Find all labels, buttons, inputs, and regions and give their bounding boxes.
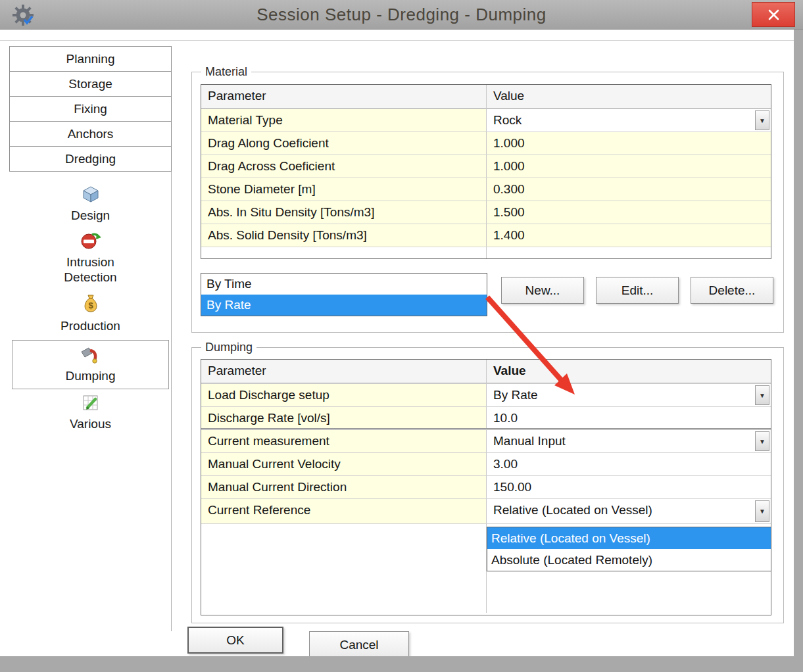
sidebar-item-anchors[interactable]: Anchors — [9, 121, 172, 147]
sidebar-item-storage[interactable]: Storage — [9, 71, 172, 97]
current-reference-dropdown-list: Relative (Located on Vessel) Absolute (L… — [487, 527, 771, 571]
dumping-icon — [80, 347, 101, 364]
value-cell[interactable]: 1.500 — [487, 201, 771, 224]
sidebar-item-design[interactable]: Design — [12, 185, 169, 223]
param-cell: Current measurement — [201, 430, 487, 452]
value-cell[interactable]: 150.00 — [487, 476, 771, 498]
table-row: Abs. In Situ Density [Tons/m3] 1.500 — [201, 201, 771, 224]
table-row: Manual Current Velocity 3.00 — [201, 452, 771, 475]
param-cell: Stone Diameter [m] — [201, 178, 487, 201]
table-row: Load Discharge setup By Rate ▼ — [201, 383, 771, 406]
sidebar-item-label: Various — [12, 416, 169, 431]
param-cell: Abs. Solid Density [Tons/m3] — [201, 224, 487, 247]
list-item-selected[interactable]: By Rate — [201, 295, 487, 316]
dumping-group-label: Dumping — [201, 341, 256, 354]
close-button[interactable] — [752, 2, 795, 27]
ok-button[interactable]: OK — [187, 627, 283, 654]
dropdown-arrow-icon[interactable]: ▼ — [755, 110, 769, 130]
value-cell[interactable]: 0.300 — [487, 178, 771, 201]
sidebar-item-label: Intrusion Detection — [41, 254, 140, 285]
dropdown-option-selected[interactable]: Relative (Located on Vessel) — [487, 527, 771, 549]
sidebar-item-planning[interactable]: Planning — [9, 46, 172, 72]
dropdown-arrow-icon[interactable]: ▼ — [755, 385, 769, 405]
cancel-button[interactable]: Cancel — [309, 631, 409, 658]
value-cell[interactable]: 1.400 — [487, 224, 771, 247]
dialog-title: Session Setup - Dredging - Dumping — [0, 0, 803, 30]
sidebar-item-label: Dumping — [12, 368, 168, 383]
session-setup-dialog: Session Setup - Dredging - Dumping — [0, 0, 803, 672]
dropdown-arrow-icon[interactable]: ▼ — [755, 431, 769, 451]
table-row: Discharge Rate [vol/s] 10.0 — [201, 406, 771, 429]
sidebar-item-production[interactable]: $ Production — [12, 293, 169, 333]
sidebar-item-dredging[interactable]: Dredging — [9, 146, 172, 172]
dropdown-arrow-icon[interactable]: ▼ — [755, 500, 769, 522]
table-row: Abs. Solid Density [Tons/m3] 1.400 — [201, 224, 771, 247]
table-row: Manual Current Direction 150.00 — [201, 475, 771, 498]
param-cell: Drag Along Coeficient — [201, 132, 487, 155]
table-row: Stone Diameter [m] 0.300 — [201, 178, 771, 201]
value-cell[interactable]: 3.00 — [487, 453, 771, 475]
value-cell[interactable]: 1.000 — [487, 155, 771, 178]
table-row: Current Reference Relative (Located on V… — [201, 498, 771, 523]
value-cell[interactable]: Rock ▼ — [487, 109, 771, 132]
grid-pencil-icon — [82, 393, 100, 412]
dumping-table: Parameter Value Load Discharge setup By … — [201, 359, 771, 615]
table-row: Current measurement Manual Input ▼ — [201, 429, 771, 452]
table-row: Material Type Rock ▼ — [201, 108, 771, 132]
sidebar-item-label: Design — [12, 208, 169, 223]
sidebar-item-label: Production — [12, 318, 169, 333]
param-cell: Load Discharge setup — [201, 384, 487, 406]
edit-button[interactable]: Edit... — [596, 277, 679, 304]
close-icon — [768, 9, 779, 20]
new-button[interactable]: New... — [501, 277, 584, 304]
sidebar-item-intrusion-detection[interactable]: Intrusion Detection — [12, 229, 169, 285]
list-item[interactable]: By Time — [201, 274, 487, 295]
discharge-mode-listbox: By Time By Rate — [201, 273, 487, 316]
value-cell[interactable]: Relative (Located on Vessel) ▼ — [487, 499, 771, 523]
combo-value: Relative (Located on Vessel) — [493, 499, 755, 523]
value-cell[interactable]: By Rate ▼ — [487, 384, 771, 406]
window-frame-bottom — [0, 656, 803, 672]
param-cell: Abs. In Situ Density [Tons/m3] — [201, 201, 487, 224]
material-group-label: Material — [201, 65, 251, 79]
param-cell: Discharge Rate [vol/s] — [201, 407, 487, 428]
material-table: Parameter Value Material Type Rock ▼ Dra… — [201, 84, 771, 259]
combo-value: Rock — [493, 109, 755, 132]
param-cell: Drag Across Coeficient — [201, 155, 487, 178]
value-cell[interactable]: Manual Input ▼ — [487, 430, 771, 452]
table-row: Drag Along Coeficient 1.000 — [201, 132, 771, 155]
window-frame-right — [794, 30, 803, 672]
svg-text:$: $ — [88, 300, 93, 310]
table-filler — [201, 247, 771, 258]
sidebar-item-fixing[interactable]: Fixing — [9, 96, 172, 122]
table-header-row: Parameter Value — [201, 360, 771, 383]
combo-value: Manual Input — [493, 430, 755, 452]
value-cell[interactable]: 10.0 — [487, 407, 771, 428]
sidebar-item-various[interactable]: Various — [12, 393, 169, 431]
param-cell: Manual Current Velocity — [201, 453, 487, 475]
sidebar-item-dumping[interactable]: Dumping — [12, 340, 169, 389]
column-header-value: Value — [487, 360, 771, 383]
column-header-parameter: Parameter — [201, 360, 487, 383]
combo-value: By Rate — [493, 384, 755, 406]
intrusion-detection-icon — [80, 229, 102, 250]
table-row: Drag Across Coeficient 1.000 — [201, 155, 771, 178]
delete-button[interactable]: Delete... — [691, 277, 773, 304]
value-cell[interactable]: 1.000 — [487, 132, 771, 155]
dropdown-option[interactable]: Absolute (Located Remotely) — [487, 549, 771, 571]
column-header-value: Value — [487, 85, 771, 108]
table-header-row: Parameter Value — [201, 85, 771, 108]
title-bar: Session Setup - Dredging - Dumping — [0, 0, 803, 30]
column-header-parameter: Parameter — [201, 85, 487, 108]
param-cell: Manual Current Direction — [201, 476, 487, 498]
money-bag-icon: $ — [82, 293, 100, 314]
cube-icon — [81, 185, 101, 203]
param-cell: Material Type — [201, 109, 487, 132]
client-divider — [0, 40, 794, 41]
param-cell: Current Reference — [201, 499, 487, 523]
app-gear-icon — [12, 4, 34, 26]
